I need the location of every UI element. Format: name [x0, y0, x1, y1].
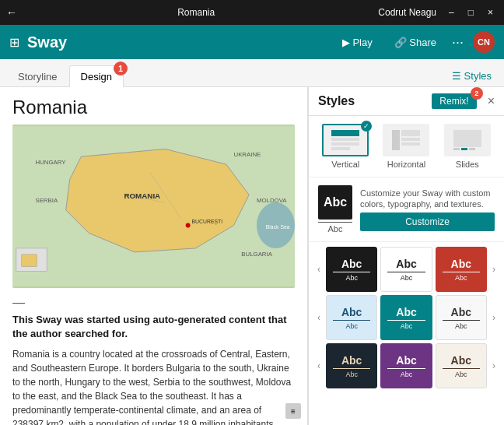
- app-logo: Sway: [27, 33, 67, 51]
- style-row-3: ‹ Abc Abc Abc Abc Abc Abc ›: [312, 343, 501, 388]
- layout-horizontal[interactable]: Horizontal: [379, 124, 433, 169]
- title-bar: ← Romania Codrut Neagu – □ ×: [0, 0, 504, 25]
- style-cards-1: Abc Abc Abc Abc Abc Abc: [326, 247, 487, 292]
- style-cards-2: Abc Abc Abc Abc Abc Abc: [326, 295, 487, 340]
- window-title: Romania: [177, 7, 215, 18]
- styles-panel: Styles Remix! 2 × ✓: [308, 87, 504, 425]
- style-abc: Abc: [451, 258, 471, 270]
- style-grid: ‹ Abc Abc Abc Abc Abc Abc ›: [309, 242, 504, 396]
- prev-arrow-1[interactable]: ‹: [312, 262, 326, 276]
- next-arrow-2[interactable]: ›: [487, 311, 501, 325]
- tab-design[interactable]: Design 1: [69, 65, 124, 87]
- style-abc: Abc: [396, 258, 416, 270]
- body-content: Romania is a country located at the cros…: [12, 347, 295, 425]
- svg-rect-23: [401, 138, 420, 141]
- prev-arrow-2[interactable]: ‹: [312, 311, 326, 325]
- svg-text:HUNGARY: HUNGARY: [35, 159, 66, 166]
- close-button[interactable]: ×: [483, 5, 498, 19]
- style-abc: Abc: [396, 306, 416, 318]
- style-label: Abc: [387, 272, 425, 282]
- svg-rect-17: [331, 130, 359, 136]
- svg-rect-25: [453, 130, 481, 147]
- slides-label: Slides: [456, 160, 479, 169]
- title-bar-left: ←: [6, 6, 17, 19]
- abc-label-main: Abc: [318, 222, 352, 234]
- style-card-dark[interactable]: Abc Abc: [326, 247, 377, 292]
- scroll-icon[interactable]: ≡: [285, 403, 301, 419]
- title-bar-controls: Codrut Neagu – □ ×: [375, 5, 498, 19]
- avatar: CN: [473, 31, 495, 53]
- svg-rect-21: [392, 130, 400, 150]
- vertical-thumb: ✓: [322, 124, 369, 156]
- customize-text-area: Customize your Sway with custom colors, …: [360, 188, 495, 232]
- customize-section: Abc Abc Customize your Sway with custom …: [309, 177, 504, 242]
- style-card-blue-light[interactable]: Abc Abc: [326, 295, 377, 340]
- app-bar: ⊞ Sway ▶ Play 🔗 Share ··· CN: [0, 25, 504, 59]
- dash-divider: —: [12, 296, 295, 310]
- style-abc: Abc: [341, 258, 362, 270]
- style-card-light-gray[interactable]: Abc Abc: [436, 295, 487, 340]
- abc-block-main: Abc: [318, 185, 352, 220]
- style-card-red[interactable]: Abc Abc: [436, 247, 487, 292]
- style-row-2: ‹ Abc Abc Abc Abc Abc Abc ›: [312, 295, 501, 340]
- styles-header: Styles Remix! 2 ×: [309, 87, 504, 116]
- layout-slides[interactable]: Slides: [440, 124, 495, 169]
- tab-storyline[interactable]: Storyline: [6, 65, 69, 87]
- svg-text:Black Sea: Black Sea: [266, 224, 290, 230]
- style-card-warm[interactable]: Abc Abc: [436, 343, 487, 388]
- more-button[interactable]: ···: [452, 34, 464, 51]
- svg-rect-16: [22, 255, 37, 267]
- style-label: Abc: [333, 320, 370, 330]
- style-abc: Abc: [341, 354, 362, 367]
- style-card-teal[interactable]: Abc Abc: [380, 295, 432, 340]
- next-arrow-1[interactable]: ›: [487, 262, 501, 276]
- bold-intro: This Sway was started using auto-generat…: [12, 313, 295, 341]
- restore-button[interactable]: □: [464, 5, 478, 19]
- svg-text:BUCUREȘTI: BUCUREȘTI: [192, 219, 223, 225]
- style-abc: Abc: [451, 354, 471, 367]
- styles-button[interactable]: ☰ Styles: [446, 67, 498, 85]
- svg-text:UKRAINE: UKRAINE: [234, 151, 261, 158]
- grid-icon[interactable]: ⊞: [9, 35, 19, 50]
- svg-text:ROMANIA: ROMANIA: [124, 191, 160, 200]
- svg-point-6: [186, 223, 191, 228]
- style-card-white[interactable]: Abc Abc: [380, 247, 432, 292]
- styles-close-button[interactable]: ×: [488, 94, 495, 108]
- svg-rect-28: [469, 148, 475, 150]
- page-title: Romania: [12, 97, 295, 118]
- svg-rect-26: [453, 148, 460, 150]
- style-cards-3: Abc Abc Abc Abc Abc Abc: [326, 343, 487, 388]
- svg-rect-18: [331, 138, 359, 141]
- back-icon[interactable]: ←: [6, 6, 17, 19]
- svg-text:SERBIA: SERBIA: [35, 197, 58, 204]
- prev-arrow-3[interactable]: ‹: [312, 359, 326, 373]
- next-arrow-3[interactable]: ›: [487, 359, 501, 373]
- svg-rect-22: [401, 130, 420, 136]
- vertical-label: Vertical: [331, 160, 359, 169]
- design-badge: 1: [114, 61, 128, 76]
- style-label: Abc: [387, 320, 425, 330]
- slides-thumb: [444, 124, 491, 156]
- minimize-button[interactable]: –: [444, 5, 459, 19]
- customize-desc: Customize your Sway with custom colors, …: [360, 188, 495, 210]
- style-label: Abc: [333, 368, 370, 378]
- style-abc: Abc: [396, 354, 416, 367]
- main-area: Romania ROMANIA BUCUREȘTI SERBIA: [0, 87, 504, 425]
- style-card-dark-blue[interactable]: Abc Abc: [326, 343, 377, 388]
- style-abc: Abc: [341, 306, 362, 318]
- customize-button[interactable]: Customize: [360, 212, 495, 231]
- share-button[interactable]: 🔗 Share: [388, 33, 443, 51]
- svg-rect-27: [461, 148, 467, 150]
- style-abc: Abc: [451, 306, 471, 318]
- play-button[interactable]: ▶ Play: [336, 33, 379, 51]
- styles-badge: 2: [471, 87, 483, 100]
- remix-button[interactable]: Remix! 2: [432, 93, 476, 109]
- styles-icon: ☰: [452, 70, 461, 82]
- style-card-purple[interactable]: Abc Abc: [380, 343, 432, 388]
- app-bar-left: ⊞ Sway: [9, 33, 67, 51]
- layout-vertical[interactable]: ✓ Vertical: [318, 124, 373, 169]
- svg-rect-19: [331, 142, 359, 146]
- horizontal-label: Horizontal: [387, 160, 426, 169]
- svg-rect-20: [331, 147, 350, 150]
- style-label: Abc: [333, 272, 370, 282]
